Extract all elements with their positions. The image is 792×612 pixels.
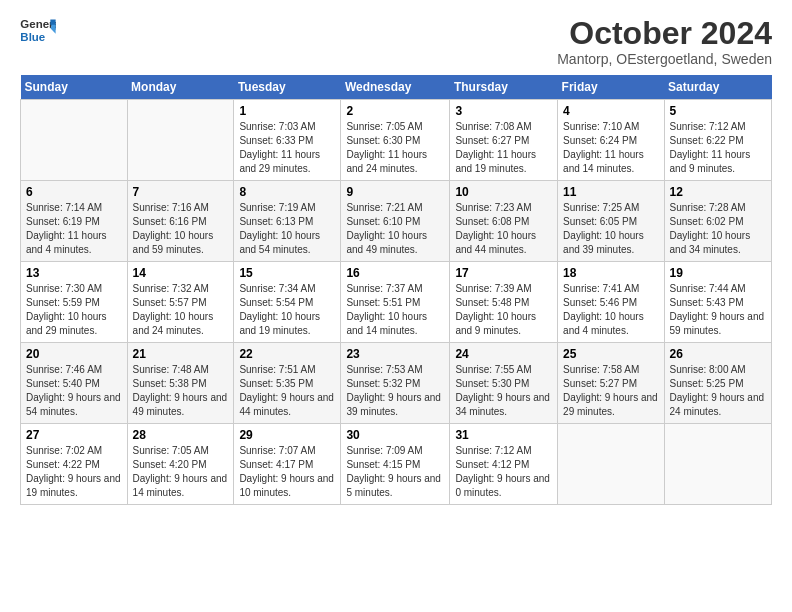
- day-info: Sunrise: 7:37 AM Sunset: 5:51 PM Dayligh…: [346, 282, 444, 338]
- day-info: Sunrise: 7:19 AM Sunset: 6:13 PM Dayligh…: [239, 201, 335, 257]
- day-number: 29: [239, 428, 335, 442]
- day-info: Sunrise: 7:14 AM Sunset: 6:19 PM Dayligh…: [26, 201, 122, 257]
- day-info: Sunrise: 7:25 AM Sunset: 6:05 PM Dayligh…: [563, 201, 658, 257]
- day-number: 26: [670, 347, 766, 361]
- day-number: 7: [133, 185, 229, 199]
- day-cell: 19Sunrise: 7:44 AM Sunset: 5:43 PM Dayli…: [664, 262, 771, 343]
- day-number: 17: [455, 266, 552, 280]
- col-thursday: Thursday: [450, 75, 558, 100]
- day-number: 3: [455, 104, 552, 118]
- day-cell: 24Sunrise: 7:55 AM Sunset: 5:30 PM Dayli…: [450, 343, 558, 424]
- day-cell: 3Sunrise: 7:08 AM Sunset: 6:27 PM Daylig…: [450, 100, 558, 181]
- day-number: 21: [133, 347, 229, 361]
- logo-icon: General Blue: [20, 16, 56, 46]
- day-cell: [21, 100, 128, 181]
- day-number: 9: [346, 185, 444, 199]
- day-number: 13: [26, 266, 122, 280]
- day-info: Sunrise: 7:21 AM Sunset: 6:10 PM Dayligh…: [346, 201, 444, 257]
- day-info: Sunrise: 7:32 AM Sunset: 5:57 PM Dayligh…: [133, 282, 229, 338]
- day-cell: 17Sunrise: 7:39 AM Sunset: 5:48 PM Dayli…: [450, 262, 558, 343]
- week-row-4: 20Sunrise: 7:46 AM Sunset: 5:40 PM Dayli…: [21, 343, 772, 424]
- day-number: 18: [563, 266, 658, 280]
- col-friday: Friday: [558, 75, 664, 100]
- day-info: Sunrise: 7:39 AM Sunset: 5:48 PM Dayligh…: [455, 282, 552, 338]
- day-info: Sunrise: 7:51 AM Sunset: 5:35 PM Dayligh…: [239, 363, 335, 419]
- title-block: October 2024 Mantorp, OEstergoetland, Sw…: [557, 16, 772, 67]
- day-cell: 30Sunrise: 7:09 AM Sunset: 4:15 PM Dayli…: [341, 424, 450, 505]
- week-row-2: 6Sunrise: 7:14 AM Sunset: 6:19 PM Daylig…: [21, 181, 772, 262]
- day-number: 6: [26, 185, 122, 199]
- day-cell: 6Sunrise: 7:14 AM Sunset: 6:19 PM Daylig…: [21, 181, 128, 262]
- day-info: Sunrise: 7:34 AM Sunset: 5:54 PM Dayligh…: [239, 282, 335, 338]
- week-row-1: 1Sunrise: 7:03 AM Sunset: 6:33 PM Daylig…: [21, 100, 772, 181]
- day-info: Sunrise: 7:12 AM Sunset: 6:22 PM Dayligh…: [670, 120, 766, 176]
- day-info: Sunrise: 7:41 AM Sunset: 5:46 PM Dayligh…: [563, 282, 658, 338]
- calendar-table: Sunday Monday Tuesday Wednesday Thursday…: [20, 75, 772, 505]
- day-cell: 18Sunrise: 7:41 AM Sunset: 5:46 PM Dayli…: [558, 262, 664, 343]
- day-cell: 7Sunrise: 7:16 AM Sunset: 6:16 PM Daylig…: [127, 181, 234, 262]
- day-number: 27: [26, 428, 122, 442]
- day-info: Sunrise: 7:46 AM Sunset: 5:40 PM Dayligh…: [26, 363, 122, 419]
- day-info: Sunrise: 7:05 AM Sunset: 4:20 PM Dayligh…: [133, 444, 229, 500]
- day-info: Sunrise: 7:30 AM Sunset: 5:59 PM Dayligh…: [26, 282, 122, 338]
- day-number: 16: [346, 266, 444, 280]
- day-number: 10: [455, 185, 552, 199]
- day-number: 31: [455, 428, 552, 442]
- day-info: Sunrise: 7:07 AM Sunset: 4:17 PM Dayligh…: [239, 444, 335, 500]
- day-number: 20: [26, 347, 122, 361]
- day-info: Sunrise: 7:53 AM Sunset: 5:32 PM Dayligh…: [346, 363, 444, 419]
- day-cell: 2Sunrise: 7:05 AM Sunset: 6:30 PM Daylig…: [341, 100, 450, 181]
- col-wednesday: Wednesday: [341, 75, 450, 100]
- day-cell: [127, 100, 234, 181]
- day-info: Sunrise: 7:16 AM Sunset: 6:16 PM Dayligh…: [133, 201, 229, 257]
- day-info: Sunrise: 7:44 AM Sunset: 5:43 PM Dayligh…: [670, 282, 766, 338]
- day-info: Sunrise: 7:10 AM Sunset: 6:24 PM Dayligh…: [563, 120, 658, 176]
- day-cell: 25Sunrise: 7:58 AM Sunset: 5:27 PM Dayli…: [558, 343, 664, 424]
- day-number: 15: [239, 266, 335, 280]
- day-number: 8: [239, 185, 335, 199]
- col-tuesday: Tuesday: [234, 75, 341, 100]
- day-cell: 31Sunrise: 7:12 AM Sunset: 4:12 PM Dayli…: [450, 424, 558, 505]
- day-cell: 23Sunrise: 7:53 AM Sunset: 5:32 PM Dayli…: [341, 343, 450, 424]
- day-info: Sunrise: 7:09 AM Sunset: 4:15 PM Dayligh…: [346, 444, 444, 500]
- day-cell: 11Sunrise: 7:25 AM Sunset: 6:05 PM Dayli…: [558, 181, 664, 262]
- day-info: Sunrise: 7:58 AM Sunset: 5:27 PM Dayligh…: [563, 363, 658, 419]
- day-number: 1: [239, 104, 335, 118]
- day-info: Sunrise: 7:05 AM Sunset: 6:30 PM Dayligh…: [346, 120, 444, 176]
- day-number: 23: [346, 347, 444, 361]
- day-number: 11: [563, 185, 658, 199]
- day-cell: 21Sunrise: 7:48 AM Sunset: 5:38 PM Dayli…: [127, 343, 234, 424]
- day-cell: 22Sunrise: 7:51 AM Sunset: 5:35 PM Dayli…: [234, 343, 341, 424]
- day-info: Sunrise: 7:48 AM Sunset: 5:38 PM Dayligh…: [133, 363, 229, 419]
- day-number: 22: [239, 347, 335, 361]
- day-number: 24: [455, 347, 552, 361]
- day-info: Sunrise: 7:55 AM Sunset: 5:30 PM Dayligh…: [455, 363, 552, 419]
- month-title: October 2024: [557, 16, 772, 51]
- day-cell: 16Sunrise: 7:37 AM Sunset: 5:51 PM Dayli…: [341, 262, 450, 343]
- day-cell: [558, 424, 664, 505]
- day-cell: 29Sunrise: 7:07 AM Sunset: 4:17 PM Dayli…: [234, 424, 341, 505]
- location-subtitle: Mantorp, OEstergoetland, Sweden: [557, 51, 772, 67]
- day-cell: 1Sunrise: 7:03 AM Sunset: 6:33 PM Daylig…: [234, 100, 341, 181]
- logo: General Blue: [20, 16, 56, 46]
- day-cell: 10Sunrise: 7:23 AM Sunset: 6:08 PM Dayli…: [450, 181, 558, 262]
- col-sunday: Sunday: [21, 75, 128, 100]
- week-row-5: 27Sunrise: 7:02 AM Sunset: 4:22 PM Dayli…: [21, 424, 772, 505]
- day-number: 14: [133, 266, 229, 280]
- day-number: 4: [563, 104, 658, 118]
- day-cell: 14Sunrise: 7:32 AM Sunset: 5:57 PM Dayli…: [127, 262, 234, 343]
- day-cell: 8Sunrise: 7:19 AM Sunset: 6:13 PM Daylig…: [234, 181, 341, 262]
- day-number: 30: [346, 428, 444, 442]
- week-row-3: 13Sunrise: 7:30 AM Sunset: 5:59 PM Dayli…: [21, 262, 772, 343]
- day-cell: 26Sunrise: 8:00 AM Sunset: 5:25 PM Dayli…: [664, 343, 771, 424]
- day-info: Sunrise: 7:23 AM Sunset: 6:08 PM Dayligh…: [455, 201, 552, 257]
- day-cell: 28Sunrise: 7:05 AM Sunset: 4:20 PM Dayli…: [127, 424, 234, 505]
- day-info: Sunrise: 7:03 AM Sunset: 6:33 PM Dayligh…: [239, 120, 335, 176]
- header: General Blue October 2024 Mantorp, OEste…: [20, 16, 772, 67]
- col-monday: Monday: [127, 75, 234, 100]
- day-cell: 4Sunrise: 7:10 AM Sunset: 6:24 PM Daylig…: [558, 100, 664, 181]
- day-cell: 9Sunrise: 7:21 AM Sunset: 6:10 PM Daylig…: [341, 181, 450, 262]
- col-saturday: Saturday: [664, 75, 771, 100]
- day-cell: 5Sunrise: 7:12 AM Sunset: 6:22 PM Daylig…: [664, 100, 771, 181]
- day-cell: 20Sunrise: 7:46 AM Sunset: 5:40 PM Dayli…: [21, 343, 128, 424]
